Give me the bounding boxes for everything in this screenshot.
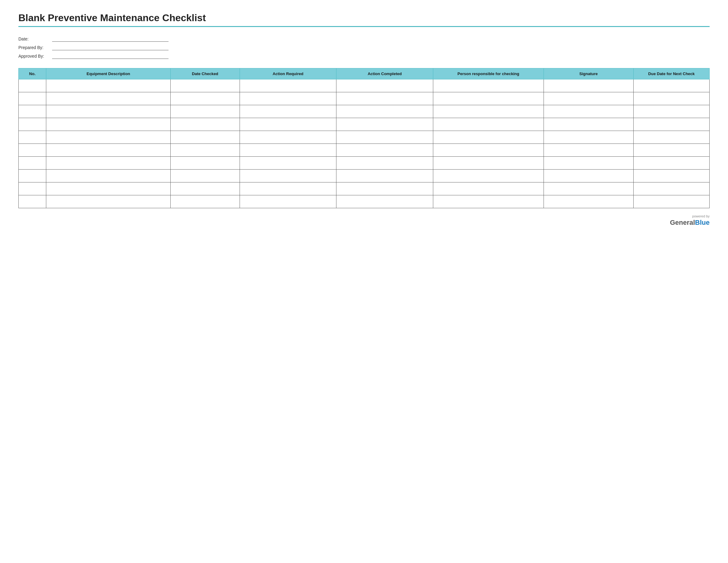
table-cell — [240, 92, 336, 105]
header-signature: Signature — [544, 68, 633, 79]
table-cell — [19, 92, 46, 105]
header-due-date: Due Date for Next Check — [633, 68, 709, 79]
table-cell — [240, 105, 336, 118]
table-cell — [433, 144, 544, 157]
table-row — [19, 131, 710, 144]
table-cell — [433, 79, 544, 92]
table-cell — [19, 195, 46, 208]
table-cell — [544, 118, 633, 131]
table-cell — [240, 157, 336, 169]
table-cell — [433, 169, 544, 182]
table-cell — [544, 131, 633, 144]
title-divider — [18, 26, 710, 27]
approved-input[interactable] — [52, 53, 169, 59]
table-cell — [633, 105, 709, 118]
date-row: Date: — [18, 36, 710, 42]
table-cell — [171, 157, 240, 169]
table-body — [19, 79, 710, 208]
table-cell — [240, 131, 336, 144]
footer-brand-container: powered by GeneralBlue — [670, 214, 710, 226]
table-cell — [633, 131, 709, 144]
table-row — [19, 182, 710, 195]
table-cell — [171, 131, 240, 144]
table-cell — [240, 182, 336, 195]
table-cell — [633, 169, 709, 182]
header-action-required: Action Required — [240, 68, 336, 79]
table-cell — [336, 118, 433, 131]
prepared-label: Prepared By: — [18, 45, 52, 50]
table-cell — [46, 79, 171, 92]
date-input[interactable] — [52, 36, 169, 42]
table-cell — [19, 131, 46, 144]
table-cell — [433, 157, 544, 169]
table-cell — [544, 195, 633, 208]
table-cell — [240, 79, 336, 92]
table-cell — [19, 157, 46, 169]
table-cell — [336, 144, 433, 157]
header-no: No. — [19, 68, 46, 79]
table-cell — [433, 105, 544, 118]
table-cell — [336, 157, 433, 169]
table-cell — [544, 157, 633, 169]
table-cell — [46, 118, 171, 131]
table-cell — [433, 182, 544, 195]
table-cell — [171, 144, 240, 157]
table-cell — [19, 118, 46, 131]
table-cell — [433, 195, 544, 208]
table-cell — [633, 92, 709, 105]
brand-general: General — [670, 219, 695, 226]
approved-label: Approved By: — [18, 54, 52, 59]
table-cell — [19, 105, 46, 118]
table-cell — [544, 105, 633, 118]
table-cell — [46, 144, 171, 157]
prepared-input[interactable] — [52, 45, 169, 50]
header-person-responsible: Person responsible for checking — [433, 68, 544, 79]
table-cell — [336, 169, 433, 182]
table-cell — [544, 92, 633, 105]
table-cell — [633, 144, 709, 157]
table-cell — [171, 195, 240, 208]
table-cell — [633, 182, 709, 195]
table-cell — [336, 105, 433, 118]
table-cell — [544, 144, 633, 157]
brand-name: GeneralBlue — [670, 219, 710, 226]
table-cell — [240, 169, 336, 182]
table-cell — [433, 131, 544, 144]
page-title: Blank Preventive Maintenance Checklist — [18, 12, 710, 24]
header-equipment: Equipment Description — [46, 68, 171, 79]
table-cell — [46, 157, 171, 169]
table-cell — [633, 157, 709, 169]
table-cell — [171, 79, 240, 92]
date-label: Date: — [18, 36, 52, 41]
header-action-completed: Action Completed — [336, 68, 433, 79]
table-cell — [240, 144, 336, 157]
table-cell — [336, 79, 433, 92]
footer: powered by GeneralBlue — [18, 214, 710, 226]
table-cell — [633, 118, 709, 131]
table-cell — [240, 195, 336, 208]
table-cell — [46, 182, 171, 195]
table-cell — [336, 131, 433, 144]
table-cell — [19, 144, 46, 157]
approved-row: Approved By: — [18, 53, 710, 59]
checklist-table: No. Equipment Description Date Checked A… — [18, 68, 710, 208]
brand-blue: Blue — [695, 219, 710, 226]
table-cell — [336, 182, 433, 195]
table-cell — [633, 79, 709, 92]
table-cell — [171, 182, 240, 195]
prepared-row: Prepared By: — [18, 45, 710, 50]
table-cell — [171, 105, 240, 118]
table-row — [19, 169, 710, 182]
table-cell — [171, 92, 240, 105]
table-cell — [544, 79, 633, 92]
table-row — [19, 157, 710, 169]
table-cell — [19, 169, 46, 182]
table-cell — [19, 79, 46, 92]
table-cell — [46, 105, 171, 118]
header-date-checked: Date Checked — [171, 68, 240, 79]
table-cell — [19, 182, 46, 195]
table-header-row: No. Equipment Description Date Checked A… — [19, 68, 710, 79]
table-row — [19, 105, 710, 118]
table-cell — [46, 92, 171, 105]
table-cell — [433, 92, 544, 105]
